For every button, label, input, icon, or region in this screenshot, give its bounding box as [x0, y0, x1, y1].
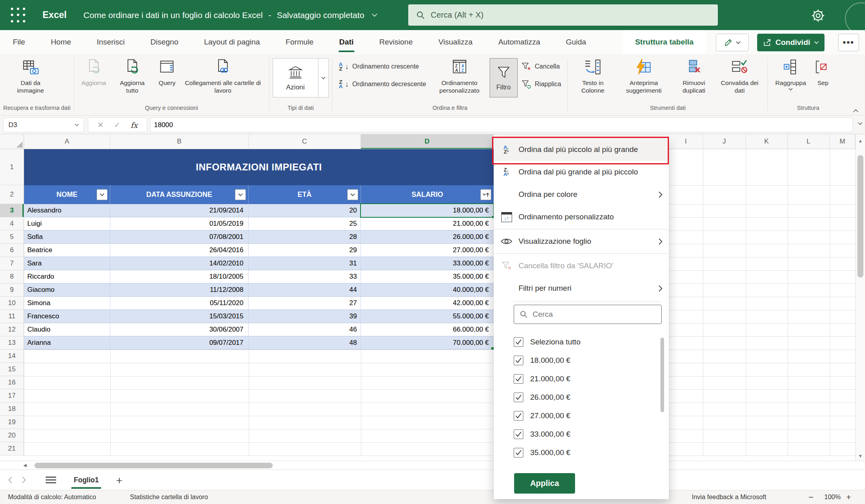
row-header[interactable]: 21 — [0, 442, 24, 455]
cancel-icon[interactable]: ✕ — [97, 120, 104, 130]
zoom-out-button[interactable]: − — [808, 490, 813, 504]
checkbox-checked-icon[interactable] — [514, 356, 523, 365]
filter-dropdown-button[interactable] — [347, 189, 358, 200]
cell-eta[interactable]: 28 — [249, 231, 361, 243]
dati-da-immagine-button[interactable]: Dati da immagine — [3, 54, 58, 95]
cell-salario[interactable]: 70.000,00 € — [361, 336, 494, 349]
ribbon-tab[interactable]: Home — [38, 30, 84, 54]
header-data-assunzione[interactable]: DATA ASSUNZIONE — [110, 185, 249, 204]
cell-data-assunzione[interactable]: 09/07/2017 — [110, 336, 249, 349]
row-header[interactable]: 7 — [0, 257, 24, 270]
column-header-i[interactable]: I — [669, 134, 703, 149]
zoom-level[interactable]: 100% — [821, 490, 844, 504]
cell-data-assunzione[interactable]: 07/08/2001 — [110, 231, 249, 243]
cell-data-assunzione[interactable]: 11/12/2008 — [110, 283, 249, 296]
cell-nome[interactable]: Beatrice — [24, 244, 110, 257]
chevron-down-icon[interactable] — [372, 13, 377, 17]
ungroup-cells-button[interactable]: Sep — [810, 54, 836, 87]
cell-salario[interactable]: 35.000,00 € — [361, 270, 494, 283]
cell-data-assunzione[interactable]: 18/10/2005 — [110, 270, 249, 283]
cell-salario[interactable]: 55.000,00 € — [361, 310, 494, 323]
cell-nome[interactable]: Alessandro — [24, 204, 110, 217]
group-cells-button[interactable]: Raggruppa — [771, 54, 810, 91]
next-sheet-icon[interactable] — [17, 476, 30, 484]
row-header[interactable]: 12 — [0, 323, 24, 336]
cell-salario[interactable]: 40.000,00 € — [361, 283, 494, 296]
row-header[interactable]: 14 — [0, 350, 24, 363]
menu-list-scroll-thumb[interactable] — [660, 338, 664, 412]
header-nome[interactable]: NOME — [24, 185, 110, 204]
menu-item-sort-smallest[interactable]: AZ↓ Ordina dal più piccolo al più grande — [494, 138, 669, 161]
sort-descending-button[interactable]: ZA↓ Ordinamento decrescente — [336, 76, 429, 93]
cell-data-assunzione[interactable]: 21/09/2014 — [110, 204, 249, 217]
row-header[interactable]: 15 — [0, 363, 24, 376]
cell-eta[interactable]: 29 — [249, 244, 361, 257]
cell-nome[interactable]: Giacomo — [24, 283, 110, 296]
cell-eta[interactable]: 46 — [249, 323, 361, 336]
settings-gear-icon[interactable] — [809, 7, 827, 24]
cell-eta[interactable]: 48 — [249, 336, 361, 349]
share-button[interactable]: Condividi — [757, 34, 824, 51]
chevron-down-icon[interactable] — [318, 59, 328, 97]
row-header[interactable]: 2 — [0, 185, 24, 204]
menu-item-custom-sort[interactable]: ↓↑ Ordinamento personalizzato — [494, 206, 669, 228]
filter-value-item[interactable]: 26.000,00 € — [494, 388, 669, 407]
checkbox-checked-icon[interactable] — [514, 337, 523, 347]
column-header-j[interactable]: J — [703, 134, 746, 149]
ribbon-tab[interactable]: File — [0, 30, 38, 54]
workbook-stats-status[interactable]: Statistiche cartella di lavoro — [130, 490, 208, 504]
cell-nome[interactable]: Sara — [24, 257, 110, 270]
column-header-c[interactable]: C — [249, 134, 361, 149]
row-header[interactable]: 13 — [0, 336, 24, 350]
text-to-columns-button[interactable]: Testo in Colonne — [571, 54, 614, 95]
enter-icon[interactable]: ✓ — [114, 120, 120, 130]
apply-filter-button[interactable]: Applica — [514, 473, 575, 494]
cell-data-assunzione[interactable]: 30/06/2007 — [110, 323, 249, 336]
scroll-down-arrow[interactable]: ▼ — [856, 453, 865, 458]
checkbox-checked-icon[interactable] — [514, 374, 523, 384]
cell-nome[interactable]: Simona — [24, 297, 110, 310]
column-header-k[interactable]: K — [746, 134, 788, 149]
avatar[interactable] — [845, 2, 865, 30]
formula-input[interactable]: 18000 — [150, 117, 853, 132]
checkbox-checked-icon[interactable] — [514, 411, 523, 421]
filter-toggle-button[interactable]: Filtro — [490, 58, 518, 97]
editing-mode-button[interactable] — [716, 34, 749, 51]
filter-value-item[interactable]: 35.000,00 € — [494, 443, 669, 462]
prev-sheet-icon[interactable] — [3, 476, 17, 484]
tab-struttura-tabella[interactable]: Struttura tabella — [622, 30, 707, 54]
menu-item-number-filters[interactable]: Filtri per numeri — [494, 277, 669, 300]
horizontal-scrollbar[interactable]: ◀ — [0, 461, 865, 470]
add-sheet-icon[interactable]: ＋ — [114, 473, 124, 487]
cell-data-assunzione[interactable]: 14/02/2010 — [110, 257, 249, 270]
ribbon-tab[interactable]: Automatizza — [485, 30, 553, 54]
horizontal-scroll-thumb[interactable] — [34, 463, 273, 468]
cell-salario[interactable]: 33.000,00 € — [361, 257, 494, 270]
cell-eta[interactable]: 33 — [249, 270, 361, 283]
cell-nome[interactable]: Francesco — [24, 310, 110, 323]
filter-value-item[interactable]: 33.000,00 € — [494, 425, 669, 443]
zoom-in-button[interactable]: + — [846, 490, 851, 504]
cell-data-assunzione[interactable]: 05/11/2020 — [110, 297, 249, 310]
column-header-b[interactable]: B — [110, 134, 249, 149]
cell-salario[interactable]: 42.000,00 € — [361, 297, 494, 310]
row-header[interactable]: 1 — [0, 149, 24, 185]
row-header[interactable]: 9 — [0, 283, 24, 297]
document-title[interactable]: Come ordinare i dati in un foglio di cal… — [83, 10, 377, 20]
ribbon-tab[interactable]: Revisione — [367, 30, 425, 54]
cell-salario[interactable]: 66.000,00 € — [361, 323, 494, 336]
row-header[interactable]: 11 — [0, 310, 24, 323]
cell-nome[interactable]: Arianna — [24, 336, 110, 349]
filter-search-input[interactable]: Cerca — [514, 305, 662, 324]
calc-mode-status[interactable]: Modalità di calcolo: Automatico — [8, 490, 96, 504]
ribbon-tab[interactable]: Visualizza — [425, 30, 485, 54]
cell-eta[interactable]: 27 — [249, 297, 361, 310]
cell-salario[interactable]: 26.000,00 € — [361, 231, 494, 243]
name-box[interactable]: D3 — [3, 117, 84, 132]
scroll-up-arrow[interactable]: ▲ — [856, 138, 865, 143]
aggiorna-button[interactable]: Aggiorna — [77, 54, 110, 87]
column-header-l[interactable]: L — [788, 134, 830, 149]
cell-eta[interactable]: 39 — [249, 310, 361, 323]
row-header[interactable]: 5 — [0, 231, 24, 244]
row-header[interactable]: 19 — [0, 416, 24, 429]
